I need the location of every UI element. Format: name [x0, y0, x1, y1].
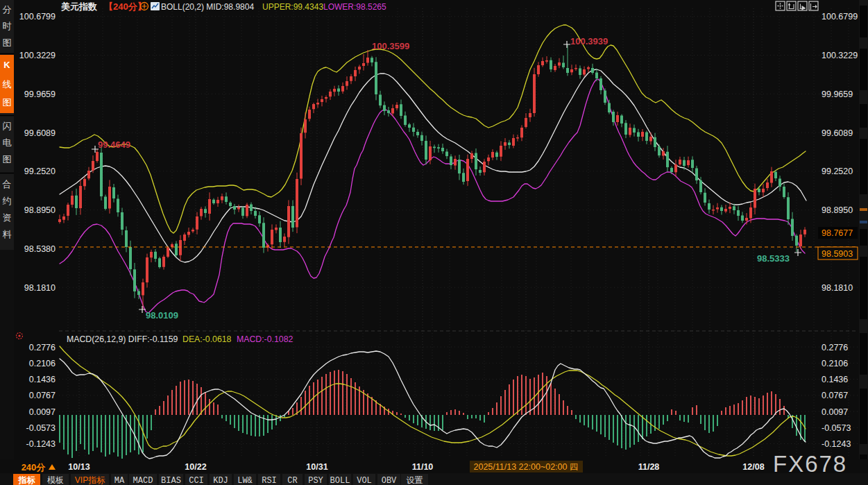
svg-text:100.6799: 100.6799 [19, 12, 56, 22]
svg-text:图: 图 [3, 97, 12, 108]
svg-text:98.1810: 98.1810 [822, 283, 853, 293]
svg-text:VOL: VOL [357, 476, 372, 485]
svg-text:CCI: CCI [189, 476, 204, 485]
svg-text:BOLL: BOLL [330, 476, 350, 485]
svg-text:资: 资 [3, 212, 12, 223]
svg-text:美元指数: 美元指数 [60, 1, 97, 12]
svg-text:98.5333: 98.5333 [757, 253, 790, 264]
svg-text:图: 图 [3, 37, 12, 48]
svg-text:模板: 模板 [47, 475, 64, 485]
svg-text:BIAS: BIAS [161, 476, 181, 485]
svg-text:10/22: 10/22 [185, 462, 206, 472]
svg-text:100.3939: 100.3939 [570, 36, 608, 46]
svg-text:MACD: MACD [133, 476, 153, 485]
svg-text:闪: 闪 [3, 121, 12, 131]
svg-text:99.2520: 99.2520 [822, 167, 853, 176]
svg-text:99.9659: 99.9659 [24, 90, 56, 99]
svg-text:98.8950: 98.8950 [24, 205, 56, 215]
svg-text:约: 约 [3, 196, 12, 206]
svg-text:0.0767: 0.0767 [822, 391, 848, 400]
svg-text:-0.1243: -0.1243 [822, 439, 851, 449]
svg-text:100.3229: 100.3229 [822, 51, 858, 60]
svg-text:99.2520: 99.2520 [24, 167, 56, 176]
svg-text:11/28: 11/28 [638, 462, 660, 472]
svg-text:100.6799: 100.6799 [822, 12, 858, 22]
svg-text:98.1810: 98.1810 [24, 283, 56, 293]
svg-text:10/13: 10/13 [68, 462, 90, 472]
svg-text:-0.0573: -0.0573 [26, 423, 56, 433]
svg-text:OBV: OBV [382, 476, 397, 485]
svg-text:K: K [3, 60, 10, 70]
svg-text:分: 分 [3, 4, 12, 15]
svg-text:PSY: PSY [308, 476, 323, 485]
svg-text:10/31: 10/31 [306, 462, 327, 472]
svg-text:DEA:-0.0618: DEA:-0.0618 [182, 334, 232, 344]
svg-text:99.6089: 99.6089 [24, 128, 56, 138]
svg-text:98.8950: 98.8950 [822, 205, 853, 215]
svg-text:11/10: 11/10 [412, 462, 434, 472]
svg-text:0.2106: 0.2106 [822, 359, 848, 368]
svg-text:电: 电 [3, 137, 12, 148]
svg-text:100.3599: 100.3599 [372, 41, 409, 51]
svg-text:0.1436: 0.1436 [822, 375, 848, 384]
svg-text:99.9659: 99.9659 [822, 90, 853, 99]
svg-text:98.7677: 98.7677 [822, 228, 853, 238]
svg-text:98.5380: 98.5380 [24, 244, 56, 254]
svg-text:2025/11/13 22:00~02:00 四: 2025/11/13 22:00~02:00 四 [474, 462, 579, 472]
svg-text:UPPER:99.4343: UPPER:99.4343 [262, 2, 323, 12]
svg-text:0.1436: 0.1436 [29, 375, 56, 384]
svg-text:BOLL(20,2) MID:98.9804: BOLL(20,2) MID:98.9804 [161, 2, 254, 12]
svg-text:【240分】: 【240分】 [104, 1, 146, 12]
svg-text:MA: MA [114, 476, 125, 485]
svg-text:0.0767: 0.0767 [29, 391, 56, 400]
svg-text:-0.1243: -0.1243 [26, 439, 56, 449]
svg-text:CR: CR [287, 476, 297, 485]
svg-text:0.0097: 0.0097 [29, 407, 56, 417]
svg-text:RSI: RSI [262, 476, 277, 485]
svg-text:98.0109: 98.0109 [146, 310, 178, 321]
svg-text:图: 图 [3, 154, 12, 164]
svg-text:99.4649: 99.4649 [98, 139, 130, 150]
svg-text:FX678: FX678 [773, 451, 847, 477]
svg-text:240分: 240分 [22, 462, 46, 473]
svg-text:MACD:-0.1082: MACD:-0.1082 [237, 334, 293, 344]
svg-text:LOWER:98.5265: LOWER:98.5265 [323, 2, 386, 12]
svg-text:99.6089: 99.6089 [822, 128, 853, 138]
svg-text:-0.0573: -0.0573 [822, 423, 851, 433]
svg-text:合: 合 [3, 179, 12, 189]
svg-text:LW&: LW& [237, 476, 253, 485]
svg-text:0.2776: 0.2776 [29, 343, 56, 352]
svg-text:0.2106: 0.2106 [29, 359, 56, 368]
svg-text:指标: 指标 [18, 475, 36, 485]
svg-text:MACD(26,12,9) DIFF:-0.1159: MACD(26,12,9) DIFF:-0.1159 [67, 334, 178, 344]
svg-text:料: 料 [3, 229, 12, 239]
svg-text:时: 时 [3, 21, 12, 31]
svg-text:VIP指标: VIP指标 [75, 475, 105, 485]
svg-text:设置: 设置 [407, 475, 423, 485]
svg-text:100.3229: 100.3229 [19, 51, 56, 60]
svg-text:98.5903: 98.5903 [822, 249, 853, 259]
svg-text:12/08: 12/08 [742, 462, 764, 472]
svg-text:0.2776: 0.2776 [822, 343, 848, 352]
svg-text:KDJ: KDJ [213, 476, 228, 485]
svg-text:0.0097: 0.0097 [822, 407, 848, 417]
svg-text:线: 线 [3, 79, 12, 90]
